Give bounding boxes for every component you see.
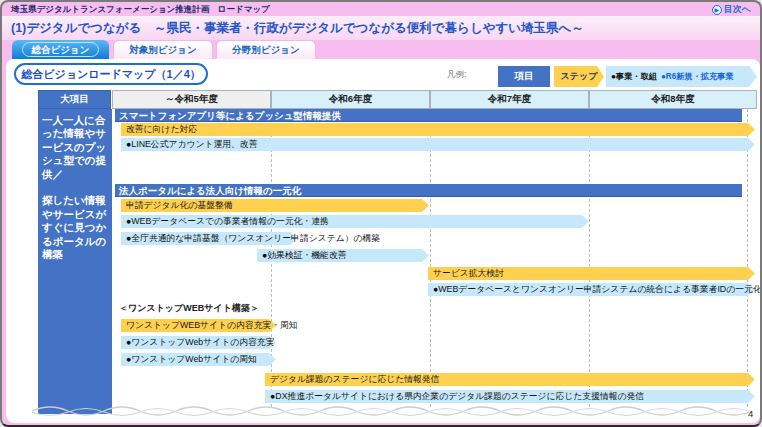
bar-corporate-portal: 法人ポータルによる法人向け情報の一元化 (115, 184, 742, 197)
timeline-bars: スマートフォンアプリ等によるプッシュ型情報提供改善に向けた対応●LINE公式アカ… (2, 2, 760, 425)
bar-web-database-unification: ●WEBデータベースでの事業者情報の一元化・連携 (121, 215, 589, 228)
bar-once-only-system: ●全庁共通的な申請基盤（ワンスオンリー申請システム）の構築 (121, 232, 297, 245)
page-number: 4 (748, 408, 753, 419)
label-onestop-website-build: ＜ワンストップWEBサイト構築＞ (119, 302, 339, 315)
roadmap-page: 埼玉県デジタルトランスフォーメーション推進計画 ロードマップ ▶ 目次へ (1)… (0, 0, 762, 427)
bar-effect-verification: ●効果検証・機能改善 (257, 249, 429, 262)
bar-application-digital-base: 申請デジタル化の基盤整備 (121, 199, 429, 212)
bar-improvement-response: 改善に向けた対応 (121, 123, 755, 136)
bar-service-expansion: サービス拡大検討 (428, 267, 755, 280)
bar-onestop-enrich-publicize: ワンストップWEBサイトの内容充実・周知 (121, 319, 276, 332)
bar-onestop-publicize: ●ワンストップWebサイトの周知 (121, 353, 276, 366)
bar-line-official-account: ●LINE公式アカウント運用、改善 (121, 138, 755, 151)
bar-smartphone-push-info: スマートフォンアプリ等によるプッシュ型情報提供 (115, 109, 742, 122)
tear-line-decoration (32, 402, 759, 418)
bar-business-id-unification: ●WEBデータベースとワンスオンリー申請システムの統合による事業者IDの一元化の… (428, 283, 755, 296)
bar-onestop-enrich: ●ワンストップWebサイトの内容充実 (121, 336, 276, 349)
bar-digital-stage-info: デジタル課題のステージに応じた情報発信 (265, 373, 755, 386)
